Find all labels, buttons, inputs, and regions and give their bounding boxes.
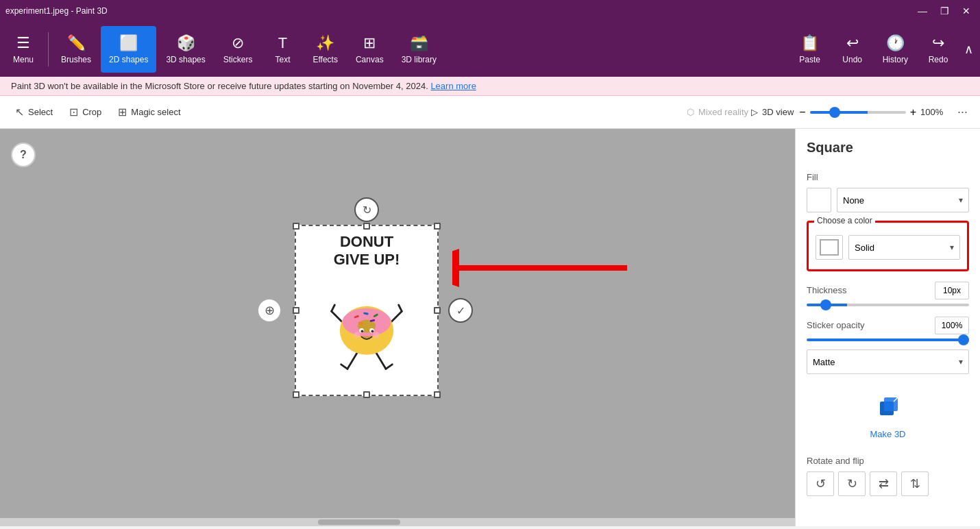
- thickness-input[interactable]: [935, 282, 969, 299]
- canvas-image-container: ↻ ⊕ ✓ DonutGive Up!: [295, 225, 439, 396]
- stroke-row: Solid ▾: [816, 235, 960, 260]
- history-button[interactable]: 🕐 History: [874, 26, 916, 73]
- matte-text: Matte: [813, 357, 835, 367]
- library3d-button[interactable]: 🗃️ 3D library: [393, 26, 445, 73]
- thickness-slider[interactable]: [807, 304, 969, 306]
- history-icon: 🕐: [886, 34, 905, 52]
- mixed-reality-button[interactable]: ⬡ Mixed reality: [687, 107, 748, 117]
- 3d-view-button[interactable]: ▷ 3D view: [751, 107, 794, 117]
- make3d-label: Make 3D: [870, 429, 905, 439]
- magic-select-icon: ⊞: [118, 106, 127, 119]
- library3d-label: 3D library: [402, 55, 437, 64]
- mixed-reality-icon: ⬡: [687, 107, 694, 117]
- restore-button[interactable]: ❐: [936, 5, 953, 16]
- handle-bottom-middle[interactable]: [363, 391, 370, 398]
- select-tool[interactable]: ↖ Select: [8, 103, 60, 121]
- matte-dropdown-arrow: ▾: [959, 357, 963, 367]
- fill-dropdown-arrow: ▾: [959, 195, 963, 205]
- canvas-button[interactable]: ⊞ Canvas: [347, 26, 392, 73]
- flip-horizontal-button[interactable]: ⇄: [870, 471, 897, 496]
- matte-dropdown[interactable]: Matte ▾: [807, 349, 969, 374]
- zoom-in-icon[interactable]: +: [910, 106, 916, 119]
- rotate-right-button[interactable]: ↻: [838, 471, 866, 496]
- handle-top-right[interactable]: [434, 223, 441, 230]
- zoom-slider[interactable]: [810, 111, 906, 114]
- make3d-button[interactable]: Make 3D: [807, 385, 969, 447]
- handle-bottom-left[interactable]: [293, 391, 299, 398]
- shapes3d-button[interactable]: 🎲 3D shapes: [158, 26, 213, 73]
- toolbar-divider-1: [48, 32, 49, 66]
- shapes3d-icon: 🎲: [177, 34, 195, 52]
- handle-top-left[interactable]: [293, 223, 299, 230]
- paste-button[interactable]: 📋 Paste: [789, 26, 831, 73]
- text-icon: T: [278, 34, 287, 52]
- brushes-button[interactable]: ✏️ Brushes: [53, 26, 99, 73]
- crop-tool[interactable]: ⊡ Crop: [62, 103, 108, 121]
- notification-bar: Paint 3D won't be available in the Micro…: [0, 77, 980, 96]
- svg-line-29: [894, 411, 898, 415]
- magic-select-label: Magic select: [131, 107, 180, 117]
- collapse-toolbar-button[interactable]: ∧: [960, 38, 977, 61]
- shapes2d-label: 2D shapes: [109, 55, 148, 64]
- opacity-slider[interactable]: [807, 339, 969, 341]
- stamp-button[interactable]: ⊕: [257, 298, 282, 323]
- make3d-icon: [874, 393, 902, 426]
- zoom-percent: 100%: [920, 107, 948, 117]
- menu-button[interactable]: ☰ Menu: [3, 26, 44, 73]
- handle-middle-left[interactable]: [293, 307, 299, 314]
- brushes-icon: ✏️: [67, 34, 86, 52]
- choose-color-box: Choose a color Solid ▾: [807, 221, 969, 271]
- handle-middle-right[interactable]: [434, 307, 441, 314]
- zoom-controls: − + 100%: [799, 106, 948, 119]
- undo-icon: ↩: [846, 34, 859, 52]
- bottom-scrollbar[interactable]: [0, 518, 795, 526]
- magic-select-tool[interactable]: ⊞ Magic select: [111, 103, 187, 121]
- window-title: experiment1.jpeg - Paint 3D: [5, 6, 108, 16]
- undo-button[interactable]: ↩ Undo: [832, 26, 873, 73]
- opacity-row: Sticker opacity: [807, 315, 969, 336]
- stroke-color-swatch[interactable]: [816, 235, 843, 260]
- brushes-label: Brushes: [61, 55, 91, 64]
- more-options-button[interactable]: ···: [953, 103, 972, 121]
- fill-color-swatch[interactable]: [807, 188, 831, 212]
- shapes2d-button[interactable]: ⬜ 2D shapes: [101, 26, 156, 73]
- zoom-out-icon[interactable]: −: [799, 106, 805, 119]
- red-arrow: [452, 247, 630, 288]
- selection-box[interactable]: ↻ ⊕ ✓ DonutGive Up!: [295, 225, 439, 396]
- fill-label: Fill: [807, 172, 969, 182]
- help-button[interactable]: ?: [11, 143, 36, 167]
- effects-button[interactable]: ✨ Effects: [304, 26, 345, 73]
- redo-label: Redo: [929, 55, 948, 64]
- confirm-button[interactable]: ✓: [448, 298, 473, 323]
- fill-none-text: None: [843, 195, 864, 206]
- select-label: Select: [28, 107, 53, 117]
- rotation-handle[interactable]: ↻: [354, 197, 379, 222]
- text-button[interactable]: T Text: [262, 26, 303, 73]
- undo-label: Undo: [842, 55, 862, 64]
- rotate-left-button[interactable]: ↺: [807, 471, 834, 496]
- handle-bottom-right[interactable]: [434, 391, 441, 398]
- redo-button[interactable]: ↪ Redo: [918, 26, 959, 73]
- rotate-flip-row: ↺ ↻ ⇄ ⇅: [807, 471, 969, 496]
- stickers-button[interactable]: ⊘ Stickers: [215, 26, 261, 73]
- opacity-label: Sticker opacity: [807, 320, 865, 330]
- stroke-dropdown[interactable]: Solid ▾: [848, 235, 960, 260]
- fill-dropdown[interactable]: None ▾: [837, 188, 969, 212]
- flip-vertical-button[interactable]: ⇅: [901, 471, 929, 496]
- scrollbar-thumb[interactable]: [318, 519, 400, 525]
- main-area: ? ↻ ⊕ ✓ DonutGive Up!: [0, 129, 980, 526]
- menu-icon: ☰: [16, 34, 30, 52]
- learn-more-link[interactable]: Learn more: [430, 81, 476, 91]
- toolbar-right-section: 📋 Paste ↩ Undo 🕐 History ↪ Redo ∧: [789, 26, 977, 73]
- shapes3d-label: 3D shapes: [166, 55, 205, 64]
- minimize-button[interactable]: —: [914, 5, 931, 16]
- effects-icon: ✨: [316, 34, 334, 52]
- text-label: Text: [275, 55, 290, 64]
- stroke-dropdown-arrow: ▾: [950, 243, 954, 252]
- canvas-area[interactable]: ? ↻ ⊕ ✓ DonutGive Up!: [0, 129, 795, 526]
- opacity-input[interactable]: [935, 317, 969, 334]
- close-button[interactable]: ✕: [958, 5, 975, 16]
- handle-top-middle[interactable]: [363, 223, 370, 230]
- canvas-icon: ⊞: [363, 34, 376, 52]
- fill-row: None ▾: [807, 188, 969, 212]
